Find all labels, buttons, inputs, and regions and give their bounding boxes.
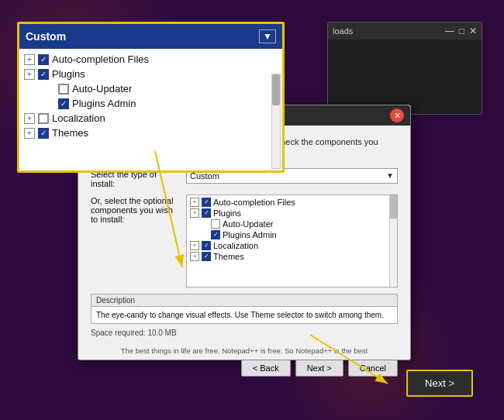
installer-footer-text: The best things in life are free. Notepa… — [78, 346, 410, 355]
ct-item-localization: + ✓ Localization — [190, 240, 394, 251]
tree-scrollbar-thumb[interactable] — [390, 195, 397, 219]
expander-icon: + — [24, 128, 35, 139]
ct-expander: + — [190, 252, 199, 261]
downloads-window: loads — □ ✕ — [327, 22, 482, 115]
install-type-arrow-icon: ▼ — [386, 171, 394, 180]
ct-checkbox-plugins[interactable]: ✓ — [202, 208, 211, 218]
checkbox-autocompletion: ✓ — [38, 54, 49, 65]
ct-item-themes: + ✓ Themes — [190, 251, 394, 262]
ct-label: Plugins Admin — [223, 230, 277, 239]
downloads-controls: — □ ✕ — [445, 26, 477, 36]
maximize-icon: □ — [459, 26, 464, 36]
installer-close-button[interactable]: ✕ — [390, 108, 404, 122]
zoom-callout-box: Custom ▼ + ✓ Auto-completion Files + ✓ P… — [17, 22, 285, 173]
zoom-item-themes: + ✓ Themes — [24, 126, 278, 140]
ct-item-autocompletion: + ✓ Auto-completion Files — [190, 197, 394, 208]
zoom-tree: + ✓ Auto-completion Files + ✓ Plugins Au… — [19, 49, 282, 170]
optional-components-row: Or, select the optional components you w… — [91, 195, 398, 287]
zoom-item-label: Plugins — [52, 68, 85, 80]
ct-checkbox-autocompletion[interactable]: ✓ — [202, 198, 211, 207]
checkbox-localization — [38, 113, 49, 124]
description-text: The eye-candy to change visual effects. … — [91, 307, 397, 324]
description-box: Description The eye-candy to change visu… — [91, 294, 398, 325]
checkbox-pluginsadmin: ✓ — [58, 98, 69, 109]
ct-checkbox-themes[interactable]: ✓ — [202, 252, 211, 261]
space-required-text: Space required: 10.0 MB — [91, 329, 398, 337]
minimize-icon: — — [445, 26, 454, 36]
ct-label: Localization — [213, 241, 258, 250]
zoom-item-localization: + Localization — [24, 111, 278, 126]
zoom-item-pluginsadmin: ✓ Plugins Admin — [24, 96, 278, 111]
back-button[interactable]: < Back — [241, 360, 291, 377]
ct-expander: + — [190, 198, 199, 207]
downloads-title: loads — [333, 26, 353, 36]
zoom-dropdown-value: Custom — [26, 30, 66, 43]
expander-icon: + — [24, 54, 35, 65]
installer-buttons: < Back Next > Cancel — [78, 360, 410, 384]
ct-label: Plugins — [213, 208, 241, 218]
ct-expander: + — [190, 208, 199, 218]
component-tree: + ✓ Auto-completion Files + ✓ Plugins — [187, 195, 397, 263]
zoom-dropdown-header: Custom ▼ — [19, 24, 282, 49]
ct-label: Auto-completion Files — [213, 198, 295, 207]
ct-label: Themes — [213, 252, 244, 261]
ct-item-pluginsadmin: ✓ Plugins Admin — [190, 229, 394, 240]
main-next-button[interactable]: Next > — [406, 370, 473, 397]
zoom-item-autoupdater: Auto-Updater — [24, 81, 278, 96]
ct-checkbox-autoupdater[interactable] — [211, 219, 220, 229]
component-tree-container: + ✓ Auto-completion Files + ✓ Plugins — [186, 195, 398, 287]
scrollbar-thumb[interactable] — [272, 74, 280, 105]
cancel-button[interactable]: Cancel — [348, 360, 398, 377]
zoom-item-label: Themes — [52, 127, 88, 139]
ct-expander: + — [190, 241, 199, 250]
checkbox-autoupdater — [58, 84, 69, 95]
close-icon: ✕ — [469, 26, 477, 36]
ct-item-autoupdater: Auto-Updater — [190, 219, 394, 229]
downloads-titlebar: loads — □ ✕ — [328, 22, 482, 40]
next-button-dialog[interactable]: Next > — [295, 360, 343, 377]
zoom-item-plugins: + ✓ Plugins — [24, 67, 278, 81]
scrollbar[interactable] — [271, 74, 281, 169]
zoom-item-label: Plugins Admin — [72, 98, 136, 109]
checkbox-themes: ✓ — [38, 128, 49, 139]
optional-components-label: Or, select the optional components you w… — [91, 195, 180, 224]
zoom-item-label: Auto-Updater — [72, 83, 132, 95]
ct-checkbox-localization[interactable]: ✓ — [202, 241, 211, 250]
checkbox-plugins: ✓ — [38, 69, 49, 80]
ct-item-plugins: + ✓ Plugins — [190, 208, 394, 219]
ct-checkbox-pluginsadmin[interactable]: ✓ — [211, 230, 220, 239]
expander-icon: + — [24, 69, 35, 80]
expander-icon: + — [24, 113, 35, 124]
zoom-item-autocompletion: + ✓ Auto-completion Files — [24, 52, 278, 67]
zoom-dropdown-arrow: ▼ — [259, 29, 276, 43]
zoom-item-label: Localization — [52, 112, 105, 124]
ct-label: Auto-Updater — [223, 219, 273, 229]
tree-scrollbar[interactable] — [389, 195, 397, 287]
description-section-label: Description — [91, 294, 397, 307]
zoom-item-label: Auto-completion Files — [52, 53, 149, 65]
